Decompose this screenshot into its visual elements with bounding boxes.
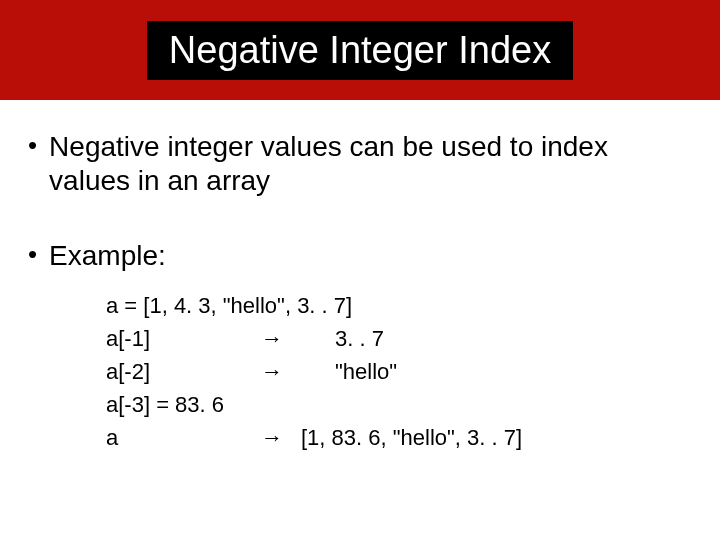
arrow-icon: →	[261, 355, 335, 388]
code-result: "hello"	[335, 355, 397, 388]
title-box: Negative Integer Index	[147, 21, 573, 80]
bullet-text: Example:	[49, 239, 166, 273]
arrow-icon: →	[261, 421, 301, 454]
arrow-icon: →	[261, 322, 335, 355]
code-result: 3. . 7	[335, 322, 384, 355]
bullet-item: • Negative integer values can be used to…	[28, 130, 692, 197]
code-expr: a[-1]	[106, 322, 261, 355]
bullet-dot-icon: •	[28, 239, 37, 270]
code-line: a[-2] → "hello"	[106, 355, 692, 388]
bullet-text: Negative integer values can be used to i…	[49, 130, 692, 197]
code-line: a → [1, 83. 6, "hello", 3. . 7]	[106, 421, 692, 454]
slide-title: Negative Integer Index	[169, 29, 551, 71]
code-text: a = [1, 4. 3, "hello", 3. . 7]	[106, 289, 352, 322]
code-example: a = [1, 4. 3, "hello", 3. . 7] a[-1] → 3…	[106, 289, 692, 454]
code-expr: a	[106, 421, 261, 454]
slide-header: Negative Integer Index	[0, 0, 720, 100]
code-line: a = [1, 4. 3, "hello", 3. . 7]	[106, 289, 692, 322]
code-result: [1, 83. 6, "hello", 3. . 7]	[301, 421, 522, 454]
code-text: a[-3] = 83. 6	[106, 388, 224, 421]
code-expr: a[-2]	[106, 355, 261, 388]
code-line: a[-1] → 3. . 7	[106, 322, 692, 355]
code-line: a[-3] = 83. 6	[106, 388, 692, 421]
bullet-dot-icon: •	[28, 130, 37, 161]
slide-content: • Negative integer values can be used to…	[0, 100, 720, 454]
bullet-item: • Example:	[28, 239, 692, 273]
